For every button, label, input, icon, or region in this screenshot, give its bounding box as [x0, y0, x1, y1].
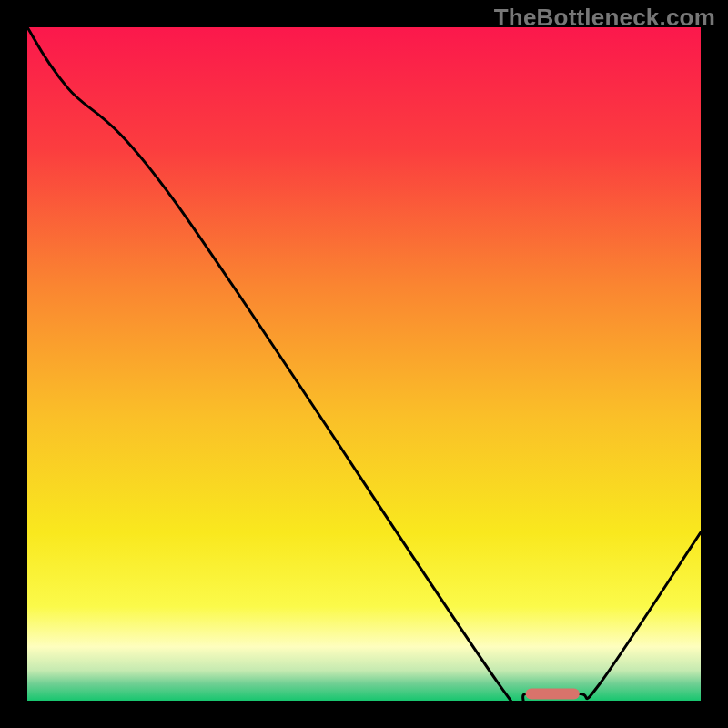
watermark-text: TheBottleneck.com [494, 4, 715, 32]
chart-svg [0, 0, 728, 728]
chart-container: TheBottleneck.com [0, 0, 728, 728]
plot-background [27, 27, 701, 701]
marker-pill [526, 689, 580, 700]
